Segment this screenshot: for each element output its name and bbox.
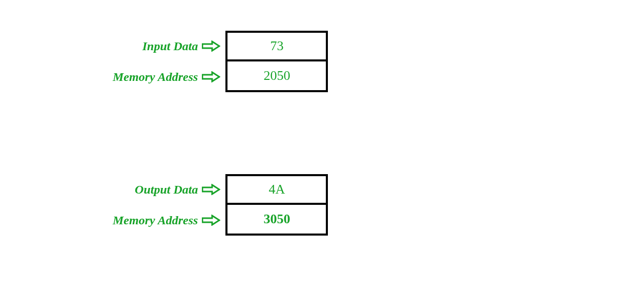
output-labels-column: Output Data Memory Address (113, 174, 220, 236)
input-memory-address-value: 2050 (263, 68, 290, 83)
input-data-box: 73 (225, 31, 328, 61)
input-memory-box: 2050 (225, 61, 328, 92)
input-group: Input Data Memory Address 73 2050 (113, 31, 328, 92)
arrow-right-icon (202, 215, 220, 226)
output-memory-box: 3050 (225, 205, 328, 236)
input-data-label: Input Data (142, 39, 198, 53)
output-data-label: Output Data (135, 183, 198, 197)
input-boxes-column: 73 2050 (225, 31, 328, 92)
input-memory-address-label: Memory Address (113, 70, 198, 84)
output-data-box: 4A (225, 174, 328, 205)
input-data-value: 73 (270, 38, 283, 54)
arrow-right-icon (202, 184, 220, 195)
output-memory-label-row: Memory Address (113, 205, 220, 236)
output-group: Output Data Memory Address 4A 3050 (113, 174, 328, 236)
output-memory-address-label: Memory Address (113, 214, 198, 227)
output-data-label-row: Output Data (135, 174, 220, 205)
output-boxes-column: 4A 3050 (225, 174, 328, 236)
input-data-label-row: Input Data (142, 31, 221, 61)
output-data-value: 4A (269, 182, 285, 197)
input-labels-column: Input Data Memory Address (113, 31, 220, 92)
arrow-right-icon (202, 71, 220, 82)
arrow-right-icon (202, 40, 220, 52)
input-memory-label-row: Memory Address (113, 61, 220, 92)
output-memory-address-value: 3050 (263, 212, 290, 227)
